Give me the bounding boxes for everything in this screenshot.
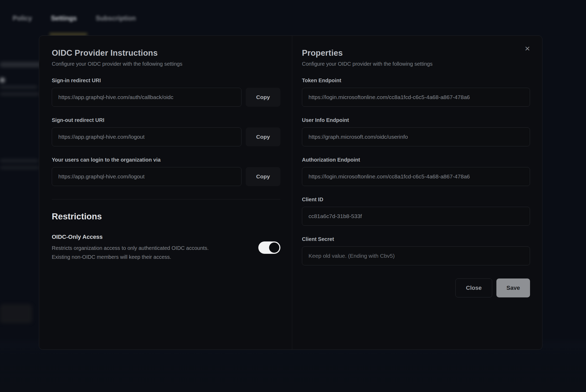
oidc-settings-dialog: × OIDC Provider Instructions Configure y… (39, 35, 542, 350)
login-via-input[interactable] (52, 167, 241, 186)
oidc-instructions-panel: OIDC Provider Instructions Configure you… (52, 36, 280, 261)
instructions-title: OIDC Provider Instructions (52, 48, 280, 58)
instructions-subtitle: Configure your OIDC provider with the fo… (52, 61, 280, 67)
description-line-2: Existing non-OIDC members will keep thei… (52, 254, 171, 260)
client-id-input[interactable] (302, 207, 530, 226)
client-secret-label: Client Secret (302, 236, 530, 242)
sign-in-redirect-uri-input[interactable] (52, 88, 241, 107)
client-id-label: Client ID (302, 197, 530, 203)
column-divider (292, 36, 292, 349)
oidc-only-access-description: Restricts organization access to only au… (52, 244, 251, 261)
oidc-only-access-row: OIDC-Only Access Restricts organization … (52, 234, 280, 261)
restrictions-title: Restrictions (52, 212, 280, 221)
sign-out-redirect-uri-input[interactable] (52, 127, 241, 146)
sign-out-redirect-uri-row: Copy (52, 127, 280, 146)
copy-sign-in-uri-button[interactable]: Copy (246, 88, 280, 107)
user-info-endpoint-label: User Info Endpoint (302, 117, 530, 123)
login-via-label: Your users can login to the organization… (52, 157, 280, 163)
properties-title: Properties (302, 48, 530, 58)
copy-login-via-button[interactable]: Copy (246, 167, 280, 186)
token-endpoint-row (302, 88, 530, 107)
user-info-endpoint-row (302, 127, 530, 146)
sign-out-redirect-uri-label: Sign-out redirect URI (52, 117, 280, 123)
section-divider (52, 199, 280, 199)
toggle-thumb (269, 243, 279, 253)
sign-in-redirect-uri-row: Copy (52, 88, 280, 107)
login-via-row: Copy (52, 167, 280, 186)
dialog-footer: Close Save (302, 278, 530, 297)
oidc-only-access-toggle[interactable] (258, 241, 280, 254)
client-secret-row (302, 246, 530, 265)
sign-in-redirect-uri-label: Sign-in redirect URI (52, 78, 280, 84)
authorization-endpoint-input[interactable] (302, 167, 530, 186)
oidc-only-access-info: OIDC-Only Access Restricts organization … (52, 234, 251, 261)
token-endpoint-label: Token Endpoint (302, 78, 530, 84)
token-endpoint-input[interactable] (302, 88, 530, 107)
oidc-only-access-label: OIDC-Only Access (52, 234, 251, 240)
save-button[interactable]: Save (496, 278, 530, 297)
properties-subtitle: Configure your OIDC provider with the fo… (302, 61, 530, 67)
user-info-endpoint-input[interactable] (302, 127, 530, 146)
client-id-row (302, 207, 530, 226)
authorization-endpoint-row (302, 167, 530, 186)
copy-sign-out-uri-button[interactable]: Copy (246, 127, 280, 146)
description-line-1: Restricts organization access to only au… (52, 245, 209, 251)
authorization-endpoint-label: Authorization Endpoint (302, 157, 530, 163)
close-button[interactable]: Close (455, 278, 492, 297)
properties-panel: Properties Configure your OIDC provider … (302, 36, 530, 297)
client-secret-input[interactable] (302, 246, 530, 265)
